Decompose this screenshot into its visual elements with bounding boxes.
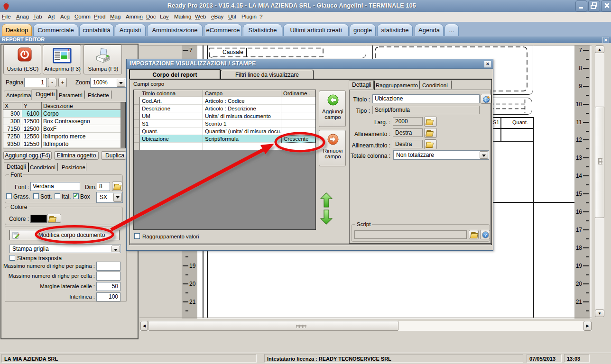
svg-text:?: ? [484, 233, 487, 237]
